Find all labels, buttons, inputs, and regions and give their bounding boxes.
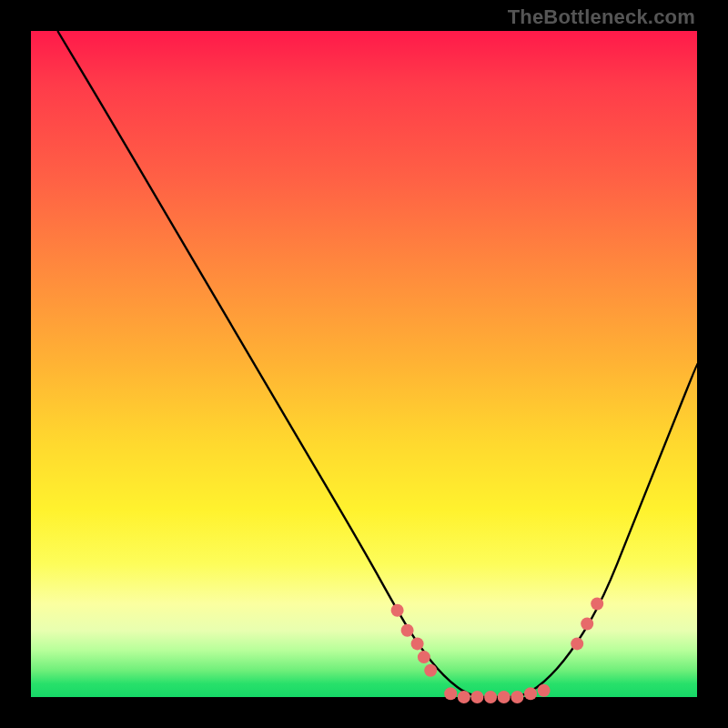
- data-marker: [538, 684, 551, 697]
- data-marker: [484, 691, 497, 703]
- data-marker: [401, 624, 414, 637]
- data-marker: [458, 691, 470, 703]
- bottleneck-curve: [57, 31, 697, 697]
- data-marker: [591, 598, 603, 611]
- data-marker: [444, 687, 457, 700]
- data-marker: [571, 637, 583, 650]
- data-marker: [498, 691, 511, 703]
- data-marker: [511, 691, 523, 703]
- data-marker: [424, 664, 437, 677]
- data-marker: [470, 691, 483, 703]
- watermark-text: TheBottleneck.com: [508, 5, 695, 29]
- curve-svg: [31, 31, 697, 697]
- data-marker: [418, 651, 430, 663]
- data-marker: [524, 687, 537, 700]
- plot-area: [31, 31, 697, 697]
- data-marker: [581, 618, 593, 631]
- data-marker: [391, 604, 404, 617]
- chart-frame: TheBottleneck.com: [0, 0, 728, 728]
- data-marker: [411, 637, 424, 650]
